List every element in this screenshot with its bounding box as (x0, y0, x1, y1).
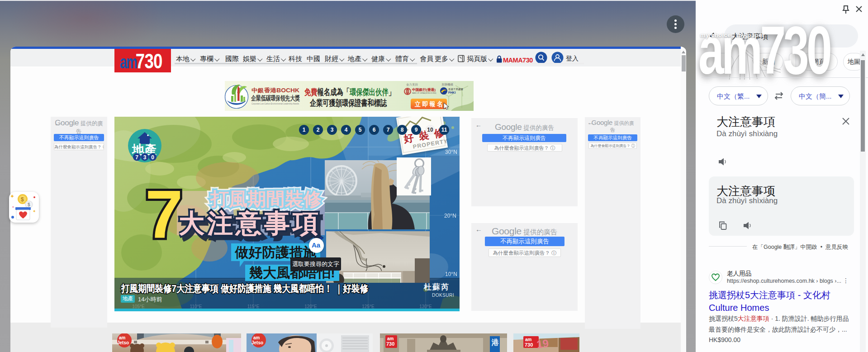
svg-text:$: $ (28, 202, 30, 207)
svg-text:19: 19 (536, 337, 550, 351)
svg-text:打風期間裝修7大注意事項 做好防護措施 幾大風都唔怕！ ｜好: 打風期間裝修7大注意事項 做好防護措施 幾大風都唔怕！ ｜好裝修 (121, 283, 368, 295)
svg-text:中銀香港BOCHK: 中銀香港BOCHK (251, 87, 299, 94)
svg-text:730: 730 (136, 49, 162, 72)
svg-text:中国銀行(香港): 中国銀行(香港) (412, 88, 436, 92)
svg-text:am: am (387, 336, 394, 341)
svg-text:✦: ✦ (12, 205, 14, 209)
svg-text:730: 730 (386, 341, 394, 347)
svg-text:港: 港 (491, 338, 499, 346)
svg-text:am: am (120, 52, 137, 72)
svg-text:全力支持: 全力支持 (406, 83, 418, 86)
svg-text:$: $ (21, 196, 24, 203)
svg-text:香港工業總會: 香港工業總會 (448, 88, 464, 91)
svg-text:免費報名成為「環保傑出伙伴」: 免費報名成為「環保傑出伙伴」 (304, 87, 395, 97)
svg-text:大注意事項: 大注意事項 (179, 209, 321, 238)
svg-text:打風期間裝修: 打風期間裝修 (209, 189, 322, 209)
svg-text:FHKI: FHKI (448, 91, 455, 94)
svg-text:主辦機構: 主辦機構 (441, 83, 454, 86)
svg-text:Jetso: Jetso (117, 340, 129, 345)
svg-text:Jetso: Jetso (251, 340, 263, 345)
svg-text:730: 730 (525, 342, 533, 347)
svg-text:am: am (525, 337, 532, 342)
svg-text:企業低碳環保領先大獎: 企業低碳環保領先大獎 (251, 94, 300, 102)
svg-text:7: 7 (145, 176, 183, 252)
svg-text:✦: ✦ (10, 193, 14, 200)
svg-text:Corporate Low-Carbon Environme: Corporate Low-Carbon Environmental Leade… (251, 102, 299, 105)
svg-text:am: am (253, 335, 260, 340)
svg-text:✦: ✦ (33, 209, 36, 214)
svg-text:am: am (119, 335, 126, 340)
svg-text:企業可獲頒環保證書和標誌: 企業可獲頒環保證書和標誌 (309, 98, 387, 108)
svg-text:BANK OF CHINA (HONG KONG): BANK OF CHINA (HONG KONG) (412, 92, 436, 94)
svg-text:立 即 報 名: 立 即 報 名 (414, 100, 443, 108)
